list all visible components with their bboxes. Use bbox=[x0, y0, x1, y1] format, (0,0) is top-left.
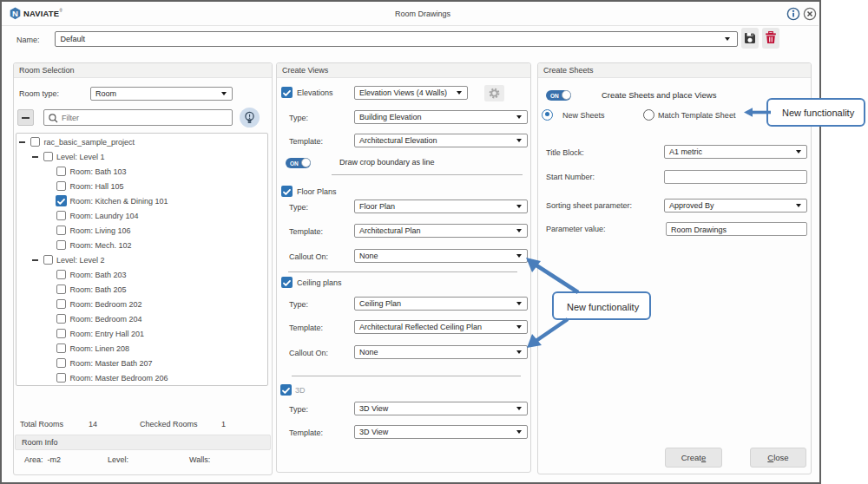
svg-text:NAVIATE: NAVIATE bbox=[23, 9, 59, 18]
svg-text:N: N bbox=[12, 9, 18, 18]
svg-text:®: ® bbox=[60, 8, 63, 13]
